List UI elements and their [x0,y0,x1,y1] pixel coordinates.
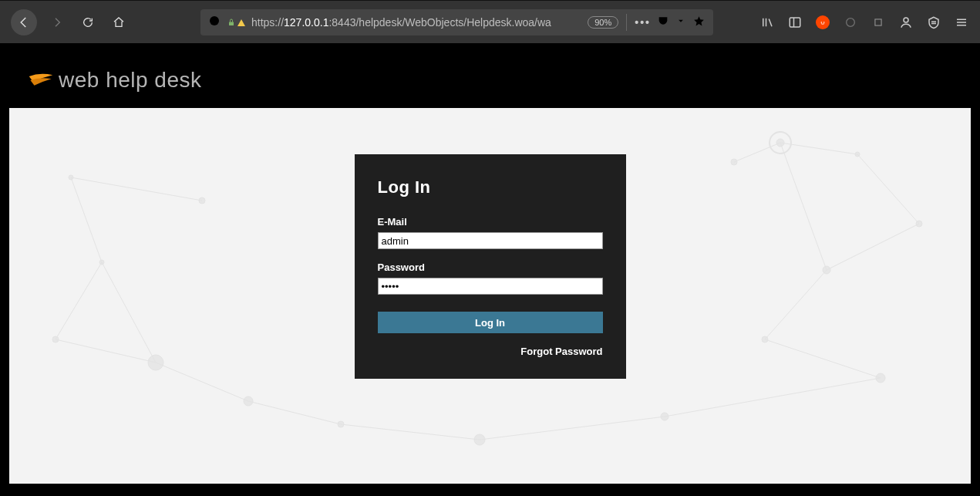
svg-line-36 [56,262,102,339]
svg-point-31 [762,336,768,342]
email-label: E-Mail [378,216,603,228]
address-bar[interactable]: https://127.0.0.1:8443/helpdesk/WebObjec… [200,9,713,35]
svg-rect-7 [790,18,800,27]
library-icon[interactable] [759,15,775,30]
login-title: Log In [378,177,603,197]
svg-point-29 [916,221,922,227]
brand-swoosh-icon [28,71,54,89]
svg-rect-12 [875,19,881,25]
download-icon[interactable] [675,15,686,29]
email-field-group: E-Mail [378,216,603,249]
lock-warning-icon[interactable] [227,17,245,28]
svg-point-27 [776,139,784,147]
svg-point-35 [338,421,344,427]
email-input[interactable] [378,232,603,249]
svg-line-41 [71,177,202,201]
back-button[interactable] [11,9,37,35]
page-actions-icon[interactable]: ••• [635,16,651,29]
svg-point-0 [210,16,219,25]
svg-point-34 [474,434,485,445]
svg-line-49 [480,417,665,440]
content-area: Log In E-Mail Password Log In Forgot Pas… [9,108,971,484]
extension-reddit-icon[interactable] [815,15,830,30]
url-text: https://127.0.0.1:8443/helpdesk/WebObjec… [251,16,581,29]
site-info-icon[interactable] [208,15,221,29]
svg-line-46 [765,270,827,339]
svg-rect-3 [229,22,234,25]
svg-line-42 [734,143,780,162]
overflow-icon[interactable] [926,15,941,30]
toolbar-right [759,15,969,30]
login-submit-button[interactable]: Log In [378,312,603,333]
svg-line-40 [71,177,102,262]
footer-bar [9,484,971,491]
svg-point-32 [876,373,885,383]
password-label: Password [378,261,603,273]
extension-icon-2[interactable] [871,15,886,30]
svg-point-11 [847,18,855,26]
pocket-icon[interactable] [657,15,669,29]
page: web help desk Log [0,43,980,496]
svg-line-6 [769,19,772,26]
brand-bar: web help desk [9,52,971,108]
svg-line-43 [780,143,857,154]
hamburger-menu-icon[interactable] [954,15,969,30]
svg-line-44 [857,154,919,224]
zoom-indicator[interactable]: 90% [588,16,618,29]
brand-logo: web help desk [28,68,202,93]
brand-name: web help desk [59,68,202,93]
svg-line-52 [780,143,827,270]
svg-point-19 [52,336,59,342]
browser-toolbar: https://127.0.0.1:8443/helpdesk/WebObjec… [0,0,980,43]
svg-line-47 [765,339,881,378]
sidebar-icon[interactable] [787,15,803,30]
svg-point-33 [661,413,668,420]
home-button[interactable] [108,12,130,33]
login-card: Log In E-Mail Password Log In Forgot Pas… [355,154,626,379]
forgot-password-link[interactable]: Forgot Password [378,346,603,357]
svg-point-28 [855,152,860,157]
svg-point-22 [244,396,253,406]
svg-point-26 [770,132,791,154]
profile-icon[interactable] [898,15,914,30]
svg-point-23 [69,175,73,180]
svg-point-9 [821,22,823,23]
svg-point-13 [904,18,908,22]
svg-line-48 [665,378,881,417]
svg-line-37 [102,262,156,363]
svg-line-39 [56,339,156,363]
svg-point-20 [99,260,104,265]
svg-line-45 [827,224,919,270]
svg-point-25 [731,159,737,165]
svg-point-24 [199,197,205,204]
bookmark-star-icon[interactable] [692,15,706,30]
nav-buttons [11,9,130,35]
forward-button[interactable] [46,12,68,33]
password-input[interactable] [378,278,603,295]
svg-point-10 [823,22,825,23]
svg-line-38 [156,363,248,401]
extension-icon-1[interactable] [843,15,858,30]
svg-line-50 [341,424,480,440]
svg-line-51 [248,401,341,424]
password-field-group: Password [378,261,603,295]
reload-button[interactable] [77,12,99,33]
svg-point-21 [148,355,163,370]
svg-point-30 [823,266,830,274]
